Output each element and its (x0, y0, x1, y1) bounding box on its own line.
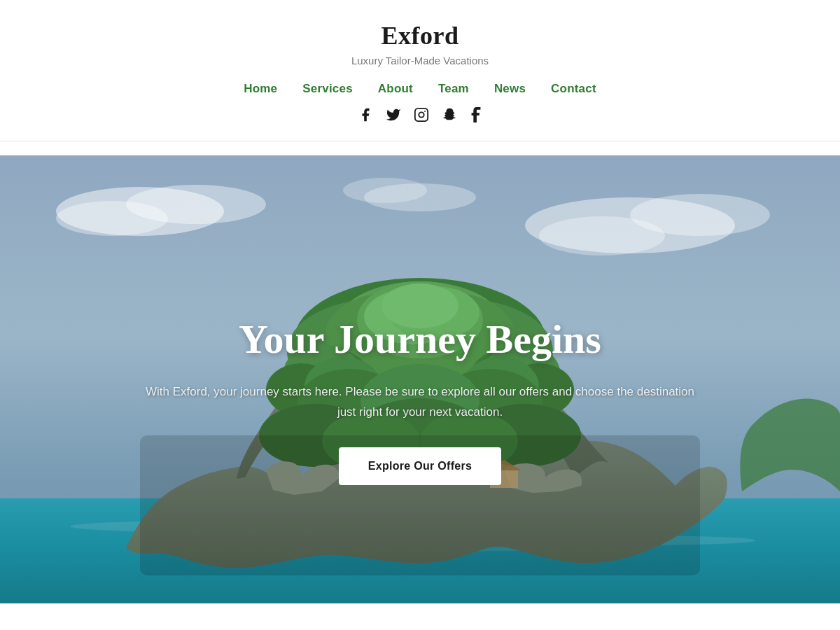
hero-section: Your Journey Begins With Exford, your jo… (0, 155, 840, 603)
svg-point-1 (419, 112, 424, 117)
nav-contact[interactable]: Contact (551, 82, 596, 96)
nav-home[interactable]: Home (244, 82, 277, 96)
twitter-icon[interactable] (386, 107, 401, 127)
snapchat-icon[interactable] (442, 107, 457, 127)
svg-point-9 (539, 216, 665, 255)
site-title: Exford (0, 21, 840, 50)
svg-point-11 (343, 178, 427, 203)
nav-about[interactable]: About (378, 82, 413, 96)
nav-team[interactable]: Team (438, 82, 469, 96)
main-nav: Home Services About Team News Contact (0, 82, 840, 96)
social-bar (0, 107, 840, 127)
instagram-icon[interactable] (414, 107, 429, 127)
header-divider (0, 141, 840, 141)
svg-rect-0 (415, 108, 428, 121)
hero-title: Your Journey Begins (140, 316, 700, 363)
site-tagline: Luxury Tailor-Made Vacations (0, 55, 840, 66)
svg-point-2 (424, 111, 426, 112)
site-header: Exford Luxury Tailor-Made Vacations Home… (0, 0, 840, 155)
facebook-icon[interactable] (358, 107, 373, 127)
hero-content: Your Journey Begins With Exford, your jo… (0, 316, 840, 486)
tumblr-icon[interactable] (470, 107, 482, 127)
nav-services[interactable]: Services (302, 82, 353, 96)
svg-point-6 (56, 201, 168, 236)
nav-news[interactable]: News (494, 82, 526, 96)
hero-subtitle: With Exford, your journey starts here. P… (140, 382, 700, 423)
explore-offers-button[interactable]: Explore Our Offers (339, 447, 502, 485)
